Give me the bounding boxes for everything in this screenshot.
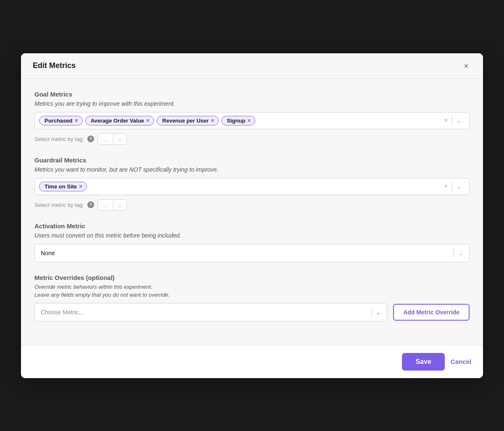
activation-chevron-icon: ⌄: [458, 250, 463, 256]
save-button[interactable]: Save: [402, 353, 444, 371]
goal-clear-button[interactable]: ×: [441, 116, 451, 125]
choose-metric-divider: [371, 308, 372, 317]
edit-metrics-modal: Edit Metrics × Goal Metrics Metrics you …: [21, 53, 483, 378]
guardrail-clear-button[interactable]: ×: [441, 182, 451, 191]
goal-divider: [452, 116, 452, 125]
guardrail-divider: [452, 182, 452, 191]
guardrail-metrics-section: Guardrail Metrics Metrics you want to mo…: [34, 157, 470, 211]
guardrail-select-tag-row: Select metric by tag: ? ... ⌄: [34, 199, 470, 211]
guardrail-tag-select[interactable]: ... ⌄: [97, 199, 127, 211]
metric-overrides-section: Metric Overrides (optional) Override met…: [34, 274, 470, 321]
metric-overrides-title: Metric Overrides (optional): [34, 274, 470, 281]
choose-metric-placeholder: Choose Metric...: [41, 309, 367, 316]
goal-box-actions: × ⌄: [441, 116, 465, 125]
goal-tag-chevron[interactable]: ⌄: [113, 134, 126, 144]
activation-metric-desc: Users must convert on this metric before…: [34, 232, 470, 239]
goal-chevron-button[interactable]: ⌄: [453, 116, 465, 125]
goal-metrics-title: Goal Metrics: [34, 91, 470, 98]
guardrail-tag-chevron[interactable]: ⌄: [113, 200, 126, 210]
goal-metrics-input-box[interactable]: Purchased × Average Order Value × Revenu…: [34, 112, 470, 129]
tag-revenue-per-user: Revenue per User ×: [157, 116, 219, 125]
tag-label: Average Order Value: [91, 118, 144, 124]
cancel-button[interactable]: Cancel: [451, 358, 471, 365]
guardrail-chevron-button[interactable]: ⌄: [453, 182, 465, 191]
guardrail-metrics-title: Guardrail Metrics: [34, 157, 470, 164]
tag-avg-order-value: Average Order Value ×: [85, 116, 155, 125]
activation-metric-section: Activation Metric Users must convert on …: [34, 222, 470, 262]
goal-metrics-desc: Metrics you are trying to improve with t…: [34, 100, 470, 107]
tag-signup: Signup ×: [221, 116, 255, 125]
tag-label: Signup: [227, 118, 245, 124]
goal-metrics-section: Goal Metrics Metrics you are trying to i…: [34, 91, 470, 145]
guardrail-tag-value: ...: [98, 200, 113, 210]
tag-time-on-site: Time on Site ×: [39, 182, 87, 191]
tag-signup-remove[interactable]: ×: [247, 118, 251, 123]
guardrail-metrics-input-box[interactable]: Time on Site × × ⌄: [34, 178, 470, 195]
goal-tag-select[interactable]: ... ⌄: [97, 133, 127, 145]
goal-select-tag-label: Select metric by tag:: [34, 136, 84, 142]
guardrail-help-icon[interactable]: ?: [87, 201, 94, 208]
tag-label: Purchased: [45, 118, 72, 124]
tag-label: Time on Site: [45, 183, 77, 190]
guardrail-select-tag-label: Select metric by tag:: [34, 202, 84, 208]
guardrail-metrics-desc: Metrics you want to monitor, but are NOT…: [34, 166, 470, 173]
activation-metric-select[interactable]: None ⌄: [34, 244, 470, 262]
modal-footer: Save Cancel: [21, 345, 483, 378]
tag-time-on-site-remove[interactable]: ×: [79, 183, 82, 189]
tag-revenue-remove[interactable]: ×: [211, 118, 214, 123]
modal-header: Edit Metrics ×: [21, 53, 483, 79]
goal-select-tag-row: Select metric by tag: ? ... ⌄: [34, 133, 470, 145]
tag-purchased-remove[interactable]: ×: [74, 118, 78, 123]
activation-select-value: None: [41, 250, 449, 256]
guardrail-box-actions: × ⌄: [441, 182, 465, 191]
choose-metric-chevron-icon: ⌄: [376, 309, 381, 316]
tag-label: Revenue per User: [162, 118, 209, 124]
close-button[interactable]: ×: [461, 61, 471, 71]
goal-tag-value: ...: [98, 134, 113, 144]
tag-avg-order-remove[interactable]: ×: [146, 118, 150, 123]
tag-purchased: Purchased ×: [39, 116, 83, 125]
choose-metric-select[interactable]: Choose Metric... ⌄: [34, 303, 387, 321]
overrides-row: Choose Metric... ⌄ Add Metric Override: [34, 303, 470, 321]
overrides-desc-1: Override metric behaviors within this ex…: [34, 284, 470, 290]
activation-metric-title: Activation Metric: [34, 222, 470, 230]
activation-divider: [454, 248, 454, 258]
goal-help-icon[interactable]: ?: [87, 136, 94, 142]
modal-title: Edit Metrics: [33, 61, 76, 70]
overrides-desc-2: Leave any fields empty that you do not w…: [34, 292, 470, 298]
modal-body: Goal Metrics Metrics you are trying to i…: [21, 79, 483, 345]
add-metric-override-button[interactable]: Add Metric Override: [393, 304, 470, 321]
